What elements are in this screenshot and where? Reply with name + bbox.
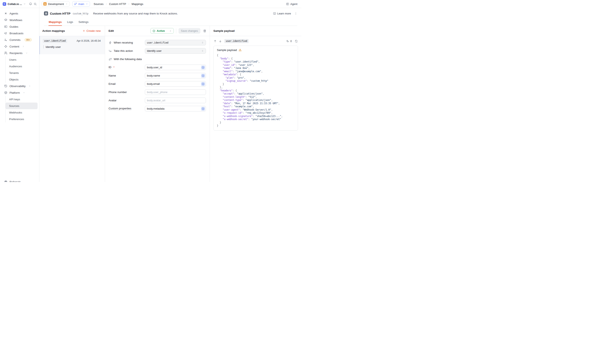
archive-icon[interactable] — [203, 29, 206, 33]
chevron-down-icon[interactable] — [23, 3, 26, 5]
refresh-icon[interactable] — [295, 40, 298, 43]
json-line: "headers": { — [217, 89, 294, 92]
json-line: }, — [217, 86, 294, 89]
when-receiving-select[interactable]: user.identified — [145, 40, 206, 46]
sidebar-item-audiences[interactable]: Audiences — [5, 63, 39, 69]
sidebar-item-label: Broadcasts — [10, 32, 23, 35]
sample-payload-title: Sample payload — [213, 29, 235, 32]
tab-bar: MappingsLogsSettings — [44, 19, 297, 26]
json-line: "user_id": "user_123", — [217, 64, 294, 67]
edit-title: Edit — [109, 29, 114, 32]
field-input-custom-properties[interactable] — [145, 106, 206, 112]
sidebar-item-commits[interactable]: Commits99+ — [0, 36, 39, 43]
mapping-list-item[interactable]: user.identified Apr 8 2026, 16:45:34 Ide… — [39, 36, 105, 54]
arrow-up-icon[interactable] — [214, 40, 217, 43]
field-input-name[interactable] — [145, 73, 206, 79]
save-changes-button[interactable]: Save changes — [178, 28, 200, 34]
sidebar-item-label: Observability — [10, 85, 26, 88]
top-bar: C Collab.io ... Development main Sources… — [0, 0, 302, 8]
swap-arrows-icon — [109, 57, 112, 61]
divider — [176, 28, 176, 34]
json-line: "host": "example.com", — [217, 105, 294, 108]
take-action-label: Take this action — [114, 49, 133, 52]
branch-label: main — [78, 2, 84, 6]
action-mappings-title: Action mappings — [42, 29, 65, 32]
breadcrumb-item-custom-http[interactable]: Custom HTTP — [109, 2, 126, 6]
event-count: 0 — [286, 40, 292, 43]
sidebar-item-agents[interactable]: Agents — [0, 10, 39, 17]
sidebar-item-guides[interactable]: Guides — [0, 23, 39, 30]
sidebar-item-observability[interactable]: Observability — [0, 83, 39, 89]
sidebar-item-broadcasts[interactable]: Broadcasts — [0, 30, 39, 36]
chevron-right-icon — [28, 85, 31, 87]
json-line: "type": "user.identified", — [217, 60, 294, 64]
json-line: "x-request-id": "req_abc123xyz789", — [217, 112, 294, 115]
field-input-avatar[interactable] — [145, 98, 206, 103]
json-line: } — [217, 83, 294, 86]
tab-logs[interactable]: Logs — [67, 19, 73, 26]
main-content: Custom HTTP custom_http Receive webhooks… — [39, 8, 302, 182]
json-line: { — [217, 54, 294, 57]
sidebar-item-preferences[interactable]: Preferences — [5, 116, 39, 122]
create-new-label: Create new — [86, 29, 101, 32]
field-input-email[interactable] — [145, 81, 206, 87]
sidebar-item-platform[interactable]: Platform — [0, 89, 39, 96]
sidebar-item-label: Recipients — [10, 52, 23, 55]
kebab-menu-icon[interactable] — [294, 12, 297, 15]
arrow-down-icon[interactable] — [219, 40, 222, 43]
git-branch-icon — [74, 2, 77, 5]
breadcrumb-item-sources[interactable]: Sources — [94, 2, 104, 6]
sidebar-nav: AgentsWorkflowsGuidesBroadcastsCommits99… — [0, 8, 39, 122]
sidebar: AgentsWorkflowsGuidesBroadcastsCommits99… — [0, 8, 39, 182]
payload-toolbar: user.identified 0 — [210, 36, 302, 43]
sidebar-item-objects[interactable]: Objects — [5, 76, 39, 83]
sidebar-item-label: Commits — [10, 38, 20, 42]
json-line: "body": { — [217, 57, 294, 60]
json-line: "user-agent": "Webhook-Server/1.0", — [217, 108, 294, 112]
learn-more-button[interactable]: Learn more — [273, 12, 291, 15]
sidebar-item-sources[interactable]: Sources — [5, 102, 37, 109]
agent-button[interactable]: Agent — [286, 2, 297, 6]
take-action-value: Identify user — [147, 49, 162, 52]
sidebar-item-tenants[interactable]: Tenants — [5, 69, 39, 76]
sidebar-item-label: Agents — [10, 12, 18, 15]
field-row-phone-number: Phone number — [109, 89, 206, 95]
tab-settings[interactable]: Settings — [78, 19, 89, 26]
field-label-avatar: Avatar — [109, 99, 116, 102]
required-asterisk: * — [114, 66, 115, 69]
status-select[interactable]: Active — [151, 28, 174, 34]
mapped-check-icon — [201, 82, 205, 86]
create-new-button[interactable]: Create new — [82, 29, 101, 32]
workflows-icon — [4, 18, 7, 22]
sidebar-item-label: Platform — [10, 91, 20, 94]
environment-label: Development — [48, 2, 64, 6]
sample-payload-panel: Sample payload user.identified 0 — [210, 26, 302, 182]
sidebar-item-api-keys[interactable]: API keys — [5, 96, 39, 102]
field-input-id[interactable] — [145, 65, 206, 70]
branch-switcher[interactable]: main — [72, 1, 90, 7]
sidebar-item-users[interactable]: Users — [5, 56, 39, 63]
content-icon — [4, 45, 7, 48]
environment-switcher[interactable]: Development — [41, 1, 70, 7]
field-row-custom-properties: Custom properties — [109, 106, 206, 112]
payload-json: { "body": { "type": "user.identified", "… — [217, 54, 294, 127]
tab-mappings[interactable]: Mappings — [48, 19, 62, 26]
sidebar-item-referrals[interactable]: Referrals — [0, 179, 39, 182]
sidebar-item-webhooks[interactable]: Webhooks — [5, 109, 39, 116]
take-action-select[interactable]: Identify user — [145, 48, 206, 54]
sidebar-item-workflows[interactable]: Workflows — [0, 17, 39, 23]
org-switcher-area: C Collab.io ... — [0, 0, 39, 8]
sidebar-item-content[interactable]: Content — [0, 43, 39, 50]
plus-icon — [82, 30, 85, 32]
data-section-label: With the following data — [114, 57, 142, 61]
chevron-down-icon — [25, 52, 28, 54]
bell-icon[interactable] — [29, 2, 32, 6]
panel-left-icon — [286, 2, 289, 6]
field-label-name: Name — [109, 74, 116, 77]
org-name[interactable]: Collab.io ... — [8, 2, 22, 6]
field-input-phone-number[interactable] — [145, 89, 206, 95]
sidebar-item-recipients[interactable]: Recipients — [0, 50, 39, 56]
sidebar-item-label: Workflows — [10, 19, 22, 22]
breadcrumb-item-mappings[interactable]: Mappings — [132, 2, 143, 6]
search-icon[interactable] — [34, 2, 37, 6]
